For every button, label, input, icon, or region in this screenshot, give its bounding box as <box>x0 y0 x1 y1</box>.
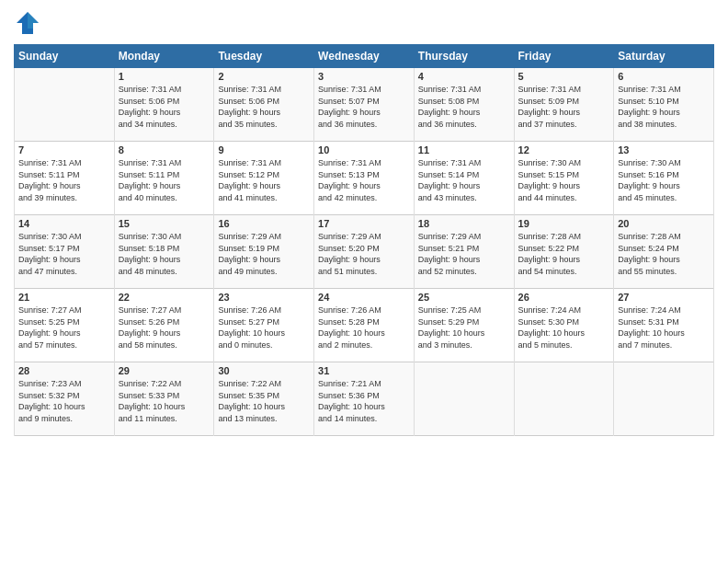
day-cell: 28Sunrise: 7:23 AM Sunset: 5:32 PM Dayli… <box>15 362 115 436</box>
day-info: Sunrise: 7:26 AM Sunset: 5:27 PM Dayligh… <box>218 304 310 350</box>
header-cell-friday: Friday <box>514 45 614 68</box>
calendar-container: SundayMondayTuesdayWednesdayThursdayFrid… <box>0 0 728 563</box>
header-cell-monday: Monday <box>114 45 214 68</box>
day-cell: 1Sunrise: 7:31 AM Sunset: 5:06 PM Daylig… <box>114 68 214 142</box>
day-info: Sunrise: 7:27 AM Sunset: 5:26 PM Dayligh… <box>119 304 210 350</box>
day-number: 5 <box>518 71 610 82</box>
day-cell: 4Sunrise: 7:31 AM Sunset: 5:08 PM Daylig… <box>414 68 514 142</box>
day-info: Sunrise: 7:30 AM Sunset: 5:18 PM Dayligh… <box>119 231 210 277</box>
day-info: Sunrise: 7:31 AM Sunset: 5:07 PM Dayligh… <box>318 84 410 130</box>
day-info: Sunrise: 7:29 AM Sunset: 5:20 PM Dayligh… <box>318 231 410 277</box>
day-number: 23 <box>218 292 310 303</box>
day-cell: 18Sunrise: 7:29 AM Sunset: 5:21 PM Dayli… <box>414 215 514 289</box>
day-cell <box>514 362 614 436</box>
week-row-5: 28Sunrise: 7:23 AM Sunset: 5:32 PM Dayli… <box>15 362 714 436</box>
day-number: 18 <box>418 218 510 229</box>
day-info: Sunrise: 7:30 AM Sunset: 5:15 PM Dayligh… <box>518 157 610 203</box>
day-cell: 5Sunrise: 7:31 AM Sunset: 5:09 PM Daylig… <box>514 68 614 142</box>
week-row-2: 7Sunrise: 7:31 AM Sunset: 5:11 PM Daylig… <box>15 142 714 215</box>
day-cell: 24Sunrise: 7:26 AM Sunset: 5:28 PM Dayli… <box>314 289 415 362</box>
week-row-1: 1Sunrise: 7:31 AM Sunset: 5:06 PM Daylig… <box>15 68 714 142</box>
header-cell-tuesday: Tuesday <box>214 45 314 68</box>
day-info: Sunrise: 7:31 AM Sunset: 5:11 PM Dayligh… <box>119 157 210 203</box>
day-info: Sunrise: 7:29 AM Sunset: 5:19 PM Dayligh… <box>218 231 310 277</box>
day-info: Sunrise: 7:31 AM Sunset: 5:12 PM Dayligh… <box>218 157 310 203</box>
day-cell: 8Sunrise: 7:31 AM Sunset: 5:11 PM Daylig… <box>114 142 214 215</box>
day-info: Sunrise: 7:21 AM Sunset: 5:36 PM Dayligh… <box>318 378 410 424</box>
header-cell-thursday: Thursday <box>414 45 514 68</box>
header-cell-wednesday: Wednesday <box>314 45 415 68</box>
day-number: 13 <box>618 144 710 155</box>
day-number: 20 <box>618 218 710 229</box>
svg-marker-1 <box>28 12 39 29</box>
day-cell: 12Sunrise: 7:30 AM Sunset: 5:15 PM Dayli… <box>514 142 614 215</box>
day-number: 16 <box>218 218 310 229</box>
day-cell <box>414 362 514 436</box>
day-cell: 3Sunrise: 7:31 AM Sunset: 5:07 PM Daylig… <box>314 68 415 142</box>
day-number: 2 <box>218 71 310 82</box>
day-cell: 22Sunrise: 7:27 AM Sunset: 5:26 PM Dayli… <box>114 289 214 362</box>
day-cell: 30Sunrise: 7:22 AM Sunset: 5:35 PM Dayli… <box>214 362 314 436</box>
day-info: Sunrise: 7:28 AM Sunset: 5:22 PM Dayligh… <box>518 231 610 277</box>
day-number: 22 <box>119 292 210 303</box>
day-number: 8 <box>119 144 210 155</box>
day-cell: 29Sunrise: 7:22 AM Sunset: 5:33 PM Dayli… <box>114 362 214 436</box>
day-number: 14 <box>18 218 110 229</box>
day-info: Sunrise: 7:29 AM Sunset: 5:21 PM Dayligh… <box>418 231 510 277</box>
day-cell: 20Sunrise: 7:28 AM Sunset: 5:24 PM Dayli… <box>614 215 714 289</box>
logo <box>14 9 45 37</box>
day-cell: 11Sunrise: 7:31 AM Sunset: 5:14 PM Dayli… <box>414 142 514 215</box>
day-info: Sunrise: 7:31 AM Sunset: 5:10 PM Dayligh… <box>618 84 710 130</box>
day-cell: 6Sunrise: 7:31 AM Sunset: 5:10 PM Daylig… <box>614 68 714 142</box>
day-cell <box>15 68 115 142</box>
day-cell: 23Sunrise: 7:26 AM Sunset: 5:27 PM Dayli… <box>214 289 314 362</box>
day-cell: 26Sunrise: 7:24 AM Sunset: 5:30 PM Dayli… <box>514 289 614 362</box>
day-number: 31 <box>318 365 410 376</box>
day-info: Sunrise: 7:31 AM Sunset: 5:11 PM Dayligh… <box>18 157 110 203</box>
calendar-body: 1Sunrise: 7:31 AM Sunset: 5:06 PM Daylig… <box>15 68 714 436</box>
day-cell: 31Sunrise: 7:21 AM Sunset: 5:36 PM Dayli… <box>314 362 415 436</box>
day-number: 30 <box>218 365 310 376</box>
day-info: Sunrise: 7:30 AM Sunset: 5:17 PM Dayligh… <box>18 231 110 277</box>
day-number: 10 <box>318 144 410 155</box>
week-row-4: 21Sunrise: 7:27 AM Sunset: 5:25 PM Dayli… <box>15 289 714 362</box>
day-info: Sunrise: 7:26 AM Sunset: 5:28 PM Dayligh… <box>318 304 410 350</box>
header-row: SundayMondayTuesdayWednesdayThursdayFrid… <box>15 45 714 68</box>
header-cell-saturday: Saturday <box>614 45 714 68</box>
day-info: Sunrise: 7:22 AM Sunset: 5:33 PM Dayligh… <box>119 378 210 424</box>
day-number: 15 <box>119 218 210 229</box>
day-number: 1 <box>119 71 210 82</box>
day-number: 19 <box>518 218 610 229</box>
header-cell-sunday: Sunday <box>15 45 115 68</box>
day-cell: 13Sunrise: 7:30 AM Sunset: 5:16 PM Dayli… <box>614 142 714 215</box>
calendar-table: SundayMondayTuesdayWednesdayThursdayFrid… <box>14 44 714 436</box>
day-cell: 10Sunrise: 7:31 AM Sunset: 5:13 PM Dayli… <box>314 142 415 215</box>
day-number: 28 <box>18 365 110 376</box>
day-cell: 16Sunrise: 7:29 AM Sunset: 5:19 PM Dayli… <box>214 215 314 289</box>
day-cell <box>614 362 714 436</box>
day-info: Sunrise: 7:28 AM Sunset: 5:24 PM Dayligh… <box>618 231 710 277</box>
day-cell: 21Sunrise: 7:27 AM Sunset: 5:25 PM Dayli… <box>15 289 115 362</box>
day-number: 17 <box>318 218 410 229</box>
day-info: Sunrise: 7:30 AM Sunset: 5:16 PM Dayligh… <box>618 157 710 203</box>
day-cell: 19Sunrise: 7:28 AM Sunset: 5:22 PM Dayli… <box>514 215 614 289</box>
day-number: 29 <box>119 365 210 376</box>
day-cell: 17Sunrise: 7:29 AM Sunset: 5:20 PM Dayli… <box>314 215 415 289</box>
day-info: Sunrise: 7:31 AM Sunset: 5:08 PM Dayligh… <box>418 84 510 130</box>
day-info: Sunrise: 7:24 AM Sunset: 5:31 PM Dayligh… <box>618 304 710 350</box>
logo-icon <box>14 9 41 37</box>
day-info: Sunrise: 7:31 AM Sunset: 5:06 PM Dayligh… <box>218 84 310 130</box>
day-number: 7 <box>18 144 110 155</box>
day-number: 27 <box>618 292 710 303</box>
day-number: 26 <box>518 292 610 303</box>
day-cell: 15Sunrise: 7:30 AM Sunset: 5:18 PM Dayli… <box>114 215 214 289</box>
calendar-header: SundayMondayTuesdayWednesdayThursdayFrid… <box>15 45 714 68</box>
header <box>14 9 714 37</box>
day-cell: 14Sunrise: 7:30 AM Sunset: 5:17 PM Dayli… <box>15 215 115 289</box>
day-number: 11 <box>418 144 510 155</box>
day-number: 6 <box>618 71 710 82</box>
day-cell: 7Sunrise: 7:31 AM Sunset: 5:11 PM Daylig… <box>15 142 115 215</box>
day-number: 21 <box>18 292 110 303</box>
day-info: Sunrise: 7:31 AM Sunset: 5:13 PM Dayligh… <box>318 157 410 203</box>
day-info: Sunrise: 7:31 AM Sunset: 5:14 PM Dayligh… <box>418 157 510 203</box>
